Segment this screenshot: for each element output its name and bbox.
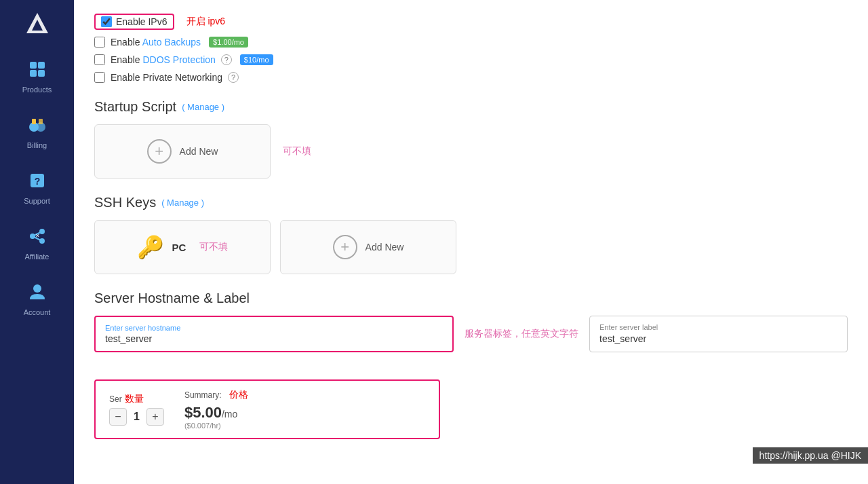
svg-rect-4	[30, 70, 37, 77]
sidebar-billing-label: Billing	[27, 141, 47, 149]
summary-price: $5.00/mo	[184, 404, 248, 422]
ssh-key-add-new[interactable]: + Add New	[280, 220, 456, 274]
autobackups-row: Enable Auto Backups $1.00/mo	[94, 37, 848, 48]
hostname-annotation: 服务器标签，任意英文字符	[465, 328, 578, 340]
svg-rect-2	[30, 62, 37, 69]
qty-increase-button[interactable]: +	[146, 408, 164, 426]
ddos-badge: $10/mo	[240, 54, 273, 65]
sidebar-item-account[interactable]: Account	[0, 270, 74, 326]
enable-ipv6-checkbox[interactable]	[101, 16, 112, 27]
sidebar-item-products[interactable]: Products	[0, 48, 74, 103]
hostname-input[interactable]	[105, 333, 443, 344]
qty-controls: − 1 +	[109, 408, 164, 426]
sidebar-item-support[interactable]: ? Support	[0, 159, 74, 215]
support-icon: ?	[25, 168, 50, 193]
hostname-title: Server Hostname & Label	[94, 291, 250, 306]
startup-script-heading: Startup Script ( Manage )	[94, 99, 848, 115]
svg-text:✕: ✕	[35, 233, 39, 239]
startup-add-new-label: Add New	[180, 146, 218, 157]
ipv6-annotation: 开启 ipv6	[186, 16, 226, 28]
ipv6-row: Enable IPv6 开启 ipv6	[94, 14, 848, 30]
private-networking-row: Enable Private Networking ?	[94, 72, 848, 83]
svg-rect-9	[39, 119, 43, 124]
svg-point-18	[33, 284, 41, 293]
svg-rect-8	[32, 119, 36, 124]
per-mo-label: /mo	[222, 409, 237, 420]
ssh-key-pc[interactable]: 🔑 PC 可不填	[94, 220, 271, 274]
price-section: Summary: 价格 $5.00/mo ($0.007/hr)	[184, 389, 248, 430]
qty-section: Ser数量 − 1 +	[109, 393, 164, 426]
startup-script-add-new[interactable]: + Add New	[94, 124, 271, 179]
ssh-keys-list: 🔑 PC 可不填 + Add New	[94, 220, 848, 274]
billing-icon	[25, 113, 50, 137]
private-networking-label: Enable Private Networking	[111, 72, 222, 83]
ipv6-label: Enable IPv6	[116, 16, 167, 27]
svg-text:?: ?	[34, 176, 40, 187]
ddos-checkbox[interactable]	[94, 54, 105, 65]
ssh-key-name: PC	[172, 242, 186, 253]
hostname-field-label: Enter server hostname	[105, 324, 443, 332]
add-new-circle-icon: +	[147, 139, 172, 164]
qty-decrease-button[interactable]: −	[109, 408, 127, 426]
startup-script-title: Startup Script	[94, 99, 176, 115]
sidebar-logo[interactable]	[20, 7, 54, 41]
sidebar-affiliate-label: Affiliate	[25, 253, 50, 261]
ssh-keys-heading: SSH Keys ( Manage )	[94, 195, 848, 210]
key-icon: 🔑	[137, 234, 164, 260]
qty-annotation: 数量	[125, 393, 144, 404]
autobackups-link[interactable]: Auto Backups	[142, 37, 201, 48]
autobackups-checkbox[interactable]	[94, 37, 105, 48]
ddos-help-icon[interactable]: ?	[221, 54, 232, 65]
ipv6-box: Enable IPv6	[94, 14, 174, 30]
ssh-keys-title: SSH Keys	[94, 195, 156, 210]
sidebar: Products Billing ? Support	[0, 0, 74, 484]
price-annotation: 价格	[229, 389, 248, 400]
qty-label: Ser数量	[109, 393, 164, 405]
products-icon	[25, 57, 50, 81]
svg-rect-3	[38, 62, 45, 69]
sidebar-account-label: Account	[24, 308, 51, 316]
ssh-optional-annotation: 可不填	[199, 241, 228, 253]
sidebar-products-label: Products	[22, 86, 52, 94]
label-field-label: Enter server label	[599, 323, 837, 331]
sidebar-item-billing[interactable]: Billing	[0, 103, 74, 159]
ddos-label: Enable DDOS Protection	[111, 54, 216, 65]
startup-script-manage[interactable]: ( Manage )	[182, 102, 224, 112]
main-content: Enable IPv6 开启 ipv6 Enable Auto Backups …	[74, 0, 868, 484]
watermark: https://hijk.pp.ua @HIJK	[753, 447, 868, 464]
ddos-link[interactable]: DDOS Protection	[142, 54, 215, 65]
hostname-heading: Server Hostname & Label	[94, 291, 848, 306]
qty-value: 1	[134, 411, 140, 423]
account-icon	[25, 280, 50, 304]
ssh-add-new-circle-icon: +	[333, 235, 357, 259]
private-networking-help-icon[interactable]: ?	[228, 72, 239, 83]
label-field: Enter server label	[589, 316, 848, 352]
svg-rect-5	[38, 70, 45, 77]
autobackups-label: Enable Auto Backups	[111, 37, 201, 48]
private-networking-checkbox[interactable]	[94, 72, 105, 83]
hostname-field: Enter server hostname	[94, 316, 454, 352]
ssh-add-new-label: Add New	[366, 242, 404, 253]
sidebar-support-label: Support	[24, 197, 50, 205]
affiliate-icon: ✕	[25, 224, 50, 248]
autobackups-badge: $1.00/mo	[209, 37, 248, 48]
per-hr-label: ($0.007/hr)	[184, 422, 248, 430]
server-label-input[interactable]	[599, 333, 837, 344]
ssh-keys-manage[interactable]: ( Manage )	[161, 198, 204, 208]
ddos-row: Enable DDOS Protection ? $10/mo	[94, 54, 848, 65]
summary-label: Summary: 价格	[184, 389, 248, 401]
script-optional-annotation: 可不填	[283, 145, 311, 157]
sidebar-item-affiliate[interactable]: ✕ Affiliate	[0, 215, 74, 270]
hostname-section: Server Hostname & Label Enter server hos…	[94, 291, 848, 352]
summary-bar: Ser数量 − 1 + Summary: 价格 $5.00/mo ($0.007…	[94, 379, 440, 439]
